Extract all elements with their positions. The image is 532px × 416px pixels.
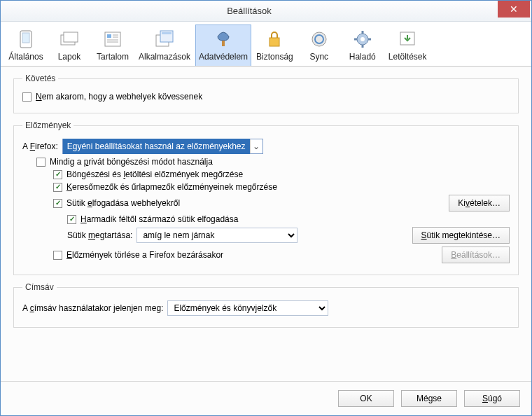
locationbar-group: Címsáv A címsáv használatakor jelenjen m…	[13, 282, 519, 328]
close-icon: ✕	[510, 4, 518, 15]
tab-security-label: Biztonság	[256, 52, 293, 62]
tab-advanced[interactable]: Haladó	[342, 25, 384, 66]
svg-rect-1	[22, 33, 29, 43]
chevron-down-icon: ⌄	[250, 139, 262, 153]
tab-downloads-label: Letöltések	[388, 52, 427, 62]
settings-window: Beállítások ✕ Általános Lapok Tartalom	[0, 0, 532, 416]
keep-until-select[interactable]: amíg le nem járnak	[136, 228, 298, 243]
tab-tabs-label: Lapok	[58, 52, 81, 62]
tab-privacy[interactable]: Adatvédelem	[195, 25, 251, 66]
gear-icon	[351, 28, 374, 50]
remember-browsing-checkbox[interactable]	[53, 170, 62, 179]
svg-rect-12	[162, 32, 172, 34]
firefox-label: A Firefox:	[22, 141, 58, 151]
panel-body: Követés Nem akarom, hogy a webhelyek köv…	[1, 67, 531, 381]
close-button[interactable]: ✕	[498, 1, 530, 18]
tab-content[interactable]: Tartalom	[92, 25, 134, 66]
ok-button[interactable]: OK	[338, 390, 394, 407]
privacy-icon	[212, 28, 234, 50]
clear-on-close-label: Előzmények törlése a Firefox bezárásakor	[66, 250, 223, 260]
tab-sync-label: Sync	[309, 52, 328, 62]
content-icon	[102, 28, 124, 50]
tab-general-label: Általános	[8, 52, 43, 62]
svg-rect-3	[64, 32, 78, 42]
third-party-label: Harmadik féltől származó sütik elfogadás…	[80, 214, 238, 224]
category-toolbar: Általános Lapok Tartalom Alkalmazások Ad…	[1, 22, 531, 67]
history-group: Előzmények A Firefox: Egyéni beállítások…	[13, 120, 519, 275]
clear-settings-button: Beállítások…	[442, 247, 510, 263]
remember-search-label: Keresőmezők és űrlapmezők előzményeinek …	[66, 182, 277, 192]
clear-on-close-checkbox[interactable]	[53, 251, 62, 260]
tab-downloads[interactable]: Letöltések	[385, 25, 430, 66]
tab-general[interactable]: Általános	[5, 25, 47, 66]
history-mode-dropdown[interactable]: Egyéni beállításokat használ az előzmény…	[62, 139, 263, 154]
history-mode-selected: Egyéni beállításokat használ az előzmény…	[63, 139, 250, 154]
cancel-button[interactable]: Mégse	[401, 390, 457, 407]
keep-until-label: Sütik megtartása:	[67, 230, 132, 240]
locationbar-select[interactable]: Előzmények és könyvjelzők	[167, 300, 328, 316]
tab-tabs[interactable]: Lapok	[48, 25, 90, 66]
dialog-footer: OK Mégse Súgó	[1, 381, 531, 415]
svg-rect-13	[222, 41, 225, 46]
show-cookies-button[interactable]: Sütik megtekintése…	[412, 227, 510, 244]
accept-cookies-label: Sütik elfogadása webhelyekről	[66, 198, 180, 208]
tracking-checkbox[interactable]	[22, 92, 31, 102]
tab-advanced-label: Haladó	[349, 52, 376, 62]
tab-applications[interactable]: Alkalmazások	[135, 25, 194, 66]
tab-privacy-label: Adatvédelem	[199, 52, 248, 62]
third-party-checkbox[interactable]	[67, 215, 76, 224]
tab-sync[interactable]: Sync	[298, 25, 340, 66]
window-title: Beállítások	[1, 6, 498, 16]
always-private-label: Mindig a privát böngészési módot használ…	[50, 157, 213, 167]
tracking-legend: Követés	[22, 74, 58, 83]
svg-rect-14	[270, 38, 279, 46]
always-private-checkbox[interactable]	[36, 158, 46, 167]
history-legend: Előzmények	[22, 120, 74, 130]
general-icon	[15, 28, 37, 50]
tab-security[interactable]: Biztonság	[253, 25, 297, 66]
tab-content-label: Tartalom	[97, 52, 129, 62]
accept-cookies-checkbox[interactable]	[53, 199, 62, 208]
sync-icon	[308, 28, 330, 50]
tab-applications-label: Alkalmazások	[139, 52, 190, 62]
security-icon	[263, 28, 286, 50]
applications-icon	[153, 28, 176, 50]
tracking-label: Nem akarom, hogy a webhelyek kövessenek	[36, 92, 202, 102]
exceptions-button[interactable]: Kivételek…	[449, 195, 510, 212]
downloads-icon	[396, 28, 419, 50]
tabs-icon	[58, 28, 80, 50]
svg-point-17	[360, 37, 365, 41]
remember-search-checkbox[interactable]	[53, 183, 62, 192]
svg-rect-5	[107, 34, 111, 38]
help-button[interactable]: Súgó	[464, 390, 520, 407]
remember-browsing-label: Böngészési és letöltési előzmények megőr…	[66, 169, 243, 179]
locationbar-legend: Címsáv	[22, 282, 57, 292]
tracking-group: Követés Nem akarom, hogy a webhelyek köv…	[13, 74, 519, 113]
titlebar: Beállítások ✕	[1, 1, 531, 22]
locationbar-label: A címsáv használatakor jelenjen meg:	[22, 303, 163, 313]
